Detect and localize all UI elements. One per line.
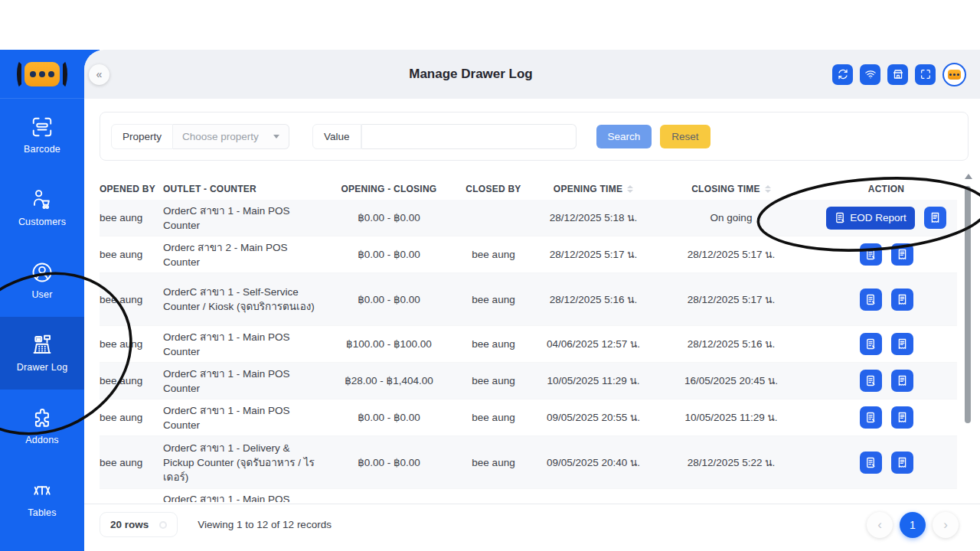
app-logo[interactable] xyxy=(0,50,84,99)
cell-opened-by: bee aung xyxy=(100,373,163,388)
table-scrollbar[interactable] xyxy=(962,172,973,549)
page-1-button[interactable]: 1 xyxy=(900,512,926,538)
pagination: ‹ 1 › xyxy=(867,512,959,538)
page-title: Manage Drawer Log xyxy=(109,67,832,82)
table-row: bee aung OrderC สาขา 1 - Self-Service Co… xyxy=(100,273,957,326)
fullscreen-button[interactable] xyxy=(915,64,936,85)
cell-opening-time: 28/12/2025 5:17 น. xyxy=(540,247,647,262)
sync-button[interactable] xyxy=(832,64,853,85)
table-row: bee aung OrderC สาขา 1 - Delivery & Pick… xyxy=(100,436,957,489)
receipt-icon xyxy=(897,338,908,350)
col-closing-time[interactable]: CLOSING TIME xyxy=(647,184,815,194)
cell-outlet-counter: OrderC สาขา 1 - Main POS Counter xyxy=(163,330,331,359)
sidebar-item-label: Barcode xyxy=(24,144,60,155)
table-header-row: OPENED BY OUTLET - COUNTER OPENING - CLO… xyxy=(100,178,957,200)
sidebar-item-drawer-log[interactable]: Drawer Log xyxy=(0,317,84,390)
cell-closing-time: 28/12/2025 5:17 น. xyxy=(647,292,815,307)
sidebar-item-tables[interactable]: Tables xyxy=(0,462,84,535)
table-row: bee aung Orderc สาขา 2 - Main POS Counte… xyxy=(100,236,957,273)
cell-opening-closing: ฿0.00 - ฿0.00 xyxy=(331,455,447,470)
next-page-button[interactable]: › xyxy=(933,512,959,538)
app-window: Barcode Customers User Drawer Log Addons… xyxy=(0,0,980,551)
sidebar-item-label: Drawer Log xyxy=(17,362,68,373)
report-button[interactable] xyxy=(860,333,882,355)
reset-button[interactable]: Reset xyxy=(660,125,710,148)
cell-opening-time: 09/05/2025 20:55 น. xyxy=(540,410,647,425)
sort-icon xyxy=(627,185,633,193)
sidebar-item-addons[interactable]: Addons xyxy=(0,390,84,462)
cell-opening-time: 28/12/2025 5:18 น. xyxy=(540,210,647,225)
avatar-logo xyxy=(948,70,961,80)
cell-closing-time: 10/05/2025 11:29 น. xyxy=(647,410,815,425)
receipt-icon xyxy=(929,212,941,223)
chevron-down-icon xyxy=(273,135,279,139)
logo-paren-right xyxy=(58,60,67,89)
report-button[interactable] xyxy=(860,289,882,311)
eod-report-button[interactable]: EOD Report xyxy=(826,207,915,230)
cell-opening-closing: ฿28.00 - ฿1,404.00 xyxy=(331,373,447,388)
property-select-placeholder: Choose property xyxy=(182,131,259,142)
store-button[interactable] xyxy=(887,64,908,85)
cell-closing-time: 28/12/2025 5:22 น. xyxy=(647,455,815,470)
receipt-button[interactable] xyxy=(891,243,913,266)
report-icon xyxy=(865,249,877,260)
cell-closed-by: bee aung xyxy=(447,410,540,425)
report-button[interactable] xyxy=(860,406,882,429)
cell-opened-by: bee aung xyxy=(100,292,163,307)
avatar[interactable] xyxy=(942,63,966,86)
property-select[interactable]: Choose property xyxy=(173,124,289,149)
report-button[interactable] xyxy=(860,243,882,266)
receipt-button[interactable] xyxy=(891,406,913,429)
cell-closed-by: bee aung xyxy=(447,337,540,351)
tables-icon xyxy=(31,479,54,502)
sidebar-item-label: Customers xyxy=(18,217,66,227)
value-input[interactable] xyxy=(361,124,577,149)
report-icon xyxy=(835,212,846,223)
report-button[interactable] xyxy=(860,370,882,392)
topbar: « Manage Drawer Log xyxy=(84,50,980,99)
col-opening-closing: OPENING - CLOSING xyxy=(331,184,447,194)
receipt-button[interactable] xyxy=(891,333,913,355)
receipt-button[interactable] xyxy=(924,207,946,229)
search-button[interactable]: Search xyxy=(596,125,652,148)
col-opening-time[interactable]: OPENING TIME xyxy=(540,184,647,194)
scroll-up-icon[interactable] xyxy=(965,174,972,179)
report-icon xyxy=(865,375,877,386)
cell-opening-closing: ฿100.00 - ฿100.00 xyxy=(331,337,447,351)
sync-icon xyxy=(837,68,849,80)
store-icon xyxy=(892,68,904,80)
cell-opening-closing: ฿0.00 - ฿0.00 xyxy=(331,247,447,262)
sidebar-item-user[interactable]: User xyxy=(0,244,84,317)
scrollbar-thumb[interactable] xyxy=(965,186,971,423)
sidebar-collapse-button[interactable]: « xyxy=(89,64,109,85)
wifi-icon xyxy=(864,68,877,80)
sidebar-item-label: Tables xyxy=(28,507,56,518)
filter-bar: Property Choose property Value Search Re… xyxy=(100,112,969,161)
cell-closed-by: bee aung xyxy=(447,455,540,470)
sidebar-item-barcode[interactable]: Barcode xyxy=(0,99,84,171)
cell-outlet-counter: OrderC สาขา 1 - Main POS Counter xyxy=(163,367,331,396)
cell-opened-by: bee aung xyxy=(100,455,163,470)
sort-icon xyxy=(765,185,771,193)
receipt-icon xyxy=(897,249,908,260)
receipt-button[interactable] xyxy=(891,452,913,474)
cell-opening-closing: ฿0.00 - ฿0.00 xyxy=(331,410,447,425)
col-action: ACTION xyxy=(815,184,957,194)
report-button[interactable] xyxy=(860,452,882,474)
table-footer: 20 rows Viewing 1 to 12 of 12 records ‹ … xyxy=(84,504,980,551)
value-label: Value xyxy=(312,124,361,149)
receipt-button[interactable] xyxy=(891,289,913,311)
report-icon xyxy=(865,294,877,305)
prev-page-button[interactable]: ‹ xyxy=(867,512,893,538)
cell-opening-time: 04/06/2025 12:57 น. xyxy=(540,337,647,351)
cell-opened-by: bee aung xyxy=(100,410,163,425)
report-icon xyxy=(865,412,877,423)
wifi-button[interactable] xyxy=(860,64,880,85)
customers-icon xyxy=(31,188,54,211)
sidebar-item-customers[interactable]: Customers xyxy=(0,171,84,244)
col-outlet-counter: OUTLET - COUNTER xyxy=(163,184,331,194)
receipt-button[interactable] xyxy=(891,370,913,392)
rows-per-page-select[interactable]: 20 rows xyxy=(100,512,178,537)
receipt-icon xyxy=(897,457,908,468)
cell-closed-by: bee aung xyxy=(447,247,540,262)
